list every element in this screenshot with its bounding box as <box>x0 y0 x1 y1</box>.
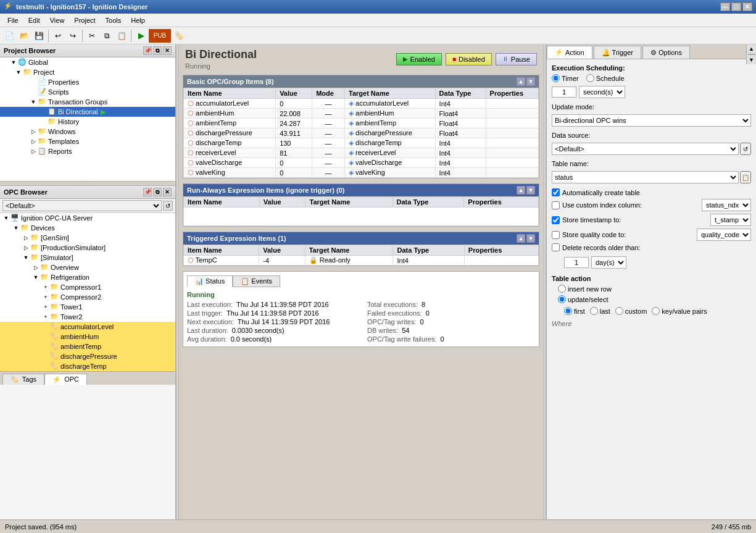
schedule-radio-item[interactable]: Schedule <box>586 74 625 82</box>
opc-toggle-devices[interactable]: ▼ <box>12 224 20 232</box>
menu-edit[interactable]: Edit <box>23 15 45 25</box>
toolbar-tag[interactable]: 🏷️ <box>172 29 186 43</box>
opc-toggle-refrigeration[interactable]: ▼ <box>32 274 39 281</box>
tree-item-project[interactable]: ▼ 📁 Project <box>0 67 175 77</box>
opc-tree-item-dischargepressure[interactable]: + 🏷️ dischargePressure <box>0 351 175 361</box>
right-tab-action[interactable]: ⚡ Action <box>547 46 592 59</box>
opc-tree-item-devices[interactable]: ▼ 📁 Devices <box>0 223 175 233</box>
right-panel-scrollbar[interactable]: ▲ ▼ <box>746 44 756 64</box>
right-tab-trigger[interactable]: 🔔 Trigger <box>594 46 641 59</box>
keyvalue-radio-item[interactable]: key/value pairs <box>652 307 707 315</box>
project-browser-pin[interactable]: 📌 <box>143 46 152 55</box>
enabled-button[interactable]: ▶ Enabled <box>396 53 442 65</box>
status-tab-status[interactable]: 📊 Status <box>187 275 233 287</box>
tree-toggle-global[interactable]: ▼ <box>10 59 17 66</box>
opc-server-select[interactable]: <Default> <box>2 200 162 211</box>
table-row[interactable]: ⬡ valveDischarge 0 — ◈ valveDischarge In… <box>184 158 539 168</box>
toolbar-copy[interactable]: ⧉ <box>100 29 114 43</box>
opc-toggle-gensim[interactable]: ▷ <box>22 234 30 241</box>
opc-toggle-simulator[interactable]: ▼ <box>22 254 30 261</box>
table-name-browse-button[interactable]: 📋 <box>740 171 751 183</box>
tree-item-properties[interactable]: ▷ 📄 Properties <box>0 77 175 87</box>
tree-item-templates[interactable]: ▷ 📁 Templates <box>0 136 175 146</box>
tree-toggle-project[interactable]: ▼ <box>15 69 22 76</box>
timer-radio[interactable] <box>552 74 560 82</box>
scrollbar-thumb[interactable] <box>748 54 755 55</box>
toolbar-run[interactable]: ▶ <box>134 29 147 43</box>
toolbar-redo[interactable]: ↪ <box>66 29 80 43</box>
tree-item-global[interactable]: ▼ 🌐 Global <box>0 57 175 67</box>
opc-toggle-tower1[interactable]: + <box>42 303 49 311</box>
data-source-refresh-button[interactable]: ↺ <box>740 143 751 155</box>
scrollbar-down[interactable]: ▼ <box>747 56 755 64</box>
tree-toggle-reports[interactable]: ▷ <box>30 148 37 155</box>
scrollbar-up[interactable]: ▲ <box>747 44 755 53</box>
tab-tags[interactable]: 🏷️ Tags <box>2 374 44 385</box>
opc-tree-item-tower1[interactable]: + 📁 Tower1 <box>0 302 175 312</box>
basic-opc-scroll-down[interactable]: ▼ <box>526 77 535 86</box>
toolbar-undo[interactable]: ↩ <box>51 29 65 43</box>
project-browser-close[interactable]: ✕ <box>163 46 172 55</box>
keyvalue-radio[interactable] <box>652 307 660 315</box>
delete-older-checkbox[interactable] <box>552 243 560 251</box>
opc-toggle-compressor2[interactable]: + <box>42 293 49 301</box>
store-quality-checkbox[interactable] <box>552 231 560 239</box>
table-row[interactable]: ⬡ accumulatorLevel 0 — ◈ accumulatorLeve… <box>184 99 539 109</box>
toolbar-save[interactable]: 💾 <box>32 29 46 43</box>
table-row[interactable]: ⬡ ambientHum 22.008 — ◈ ambientHum Float… <box>184 109 539 119</box>
update-select-radio[interactable] <box>558 295 566 303</box>
maximize-button[interactable]: □ <box>731 2 741 11</box>
opc-browser-float[interactable]: ⧉ <box>153 188 162 196</box>
table-name-select[interactable]: status <box>552 171 739 183</box>
tab-opc[interactable]: ⚡ OPC <box>44 374 87 385</box>
triggered-scroll-up[interactable]: ▲ <box>517 234 525 243</box>
opc-browser-pin[interactable]: 📌 <box>143 188 152 196</box>
tree-toggle-templates[interactable]: ▷ <box>30 138 37 145</box>
store-timestamp-checkbox[interactable] <box>552 216 560 224</box>
opc-tree-item-accumulator[interactable]: + 🏷️ accumulatorLevel <box>0 322 175 332</box>
tree-item-reports[interactable]: ▷ 📋 Reports <box>0 146 175 156</box>
opc-browser-close[interactable]: ✕ <box>163 188 172 196</box>
timer-value-input[interactable] <box>552 86 576 98</box>
table-row[interactable]: ⬡ TempC -4 🔒 Read-only Int4 <box>184 256 539 266</box>
tree-item-history[interactable]: ▷ 📁 History <box>0 117 175 127</box>
timer-radio-item[interactable]: Timer <box>552 74 579 82</box>
tree-toggle-transaction-groups[interactable]: ▼ <box>30 98 37 106</box>
pause-button[interactable]: ⏸ Pause <box>496 53 537 65</box>
custom-index-checkbox[interactable] <box>552 201 560 209</box>
delete-older-input[interactable] <box>564 257 589 268</box>
custom-radio-item[interactable]: custom <box>615 307 647 315</box>
opc-toggle-server[interactable]: ▼ <box>2 214 10 222</box>
opc-refresh-button[interactable]: ↺ <box>163 201 173 211</box>
update-select-radio-item[interactable]: update/select <box>558 295 751 303</box>
tree-item-scripts[interactable]: ▷ 📝 Scripts <box>0 87 175 97</box>
opc-tree-item-refrigeration[interactable]: ▼ 📁 Refrigeration <box>0 272 175 282</box>
status-tab-events[interactable]: 📋 Events <box>233 275 280 287</box>
custom-index-select[interactable]: status_ndx <box>702 199 751 211</box>
toolbar-cut[interactable]: ✂ <box>85 29 99 43</box>
opc-tree-item-simulator[interactable]: ▼ 📁 [Simulator] <box>0 253 175 262</box>
menu-help[interactable]: Help <box>126 15 150 25</box>
menu-project[interactable]: Project <box>69 15 100 25</box>
timer-unit-select[interactable]: second(s) minute(s) hour(s) <box>579 86 625 98</box>
tree-toggle-windows[interactable]: ▷ <box>30 128 37 135</box>
tree-item-transaction-groups[interactable]: ▼ 📁 Transaction Groups <box>0 97 175 107</box>
first-radio[interactable] <box>564 307 572 315</box>
opc-toggle-prodsim[interactable]: ▷ <box>22 244 30 251</box>
opc-toggle-overview[interactable]: ▷ <box>32 264 39 271</box>
opc-tree-item-ambienttemp[interactable]: + 🏷️ ambientTemp <box>0 342 175 351</box>
store-timestamp-select[interactable]: t_stamp <box>710 214 751 226</box>
data-source-select[interactable]: <Default> <box>552 143 739 155</box>
menu-view[interactable]: View <box>45 15 70 25</box>
update-mode-select[interactable]: Bi-directional OPC wins DB wins OPC wins… <box>552 114 751 127</box>
opc-tree-item-compressor2[interactable]: + 📁 Compressor2 <box>0 292 175 302</box>
opc-tree-item-overview[interactable]: ▷ 📁 Overview <box>0 262 175 272</box>
project-browser-float[interactable]: ⧉ <box>153 46 162 55</box>
table-row[interactable]: ⬡ valveKing 0 — ◈ valveKing Int4 <box>184 168 539 178</box>
toolbar-publish[interactable]: PUB <box>149 29 171 43</box>
table-row[interactable]: ⬡ dischargeTemp 130 — ◈ dischargeTemp In… <box>184 138 539 148</box>
triggered-scroll-down[interactable]: ▼ <box>526 234 535 243</box>
auto-create-checkbox[interactable] <box>552 188 560 196</box>
opc-toggle-compressor1[interactable]: + <box>42 283 49 291</box>
panel-resize-divider[interactable]: · · · · · · · · <box>0 181 175 186</box>
